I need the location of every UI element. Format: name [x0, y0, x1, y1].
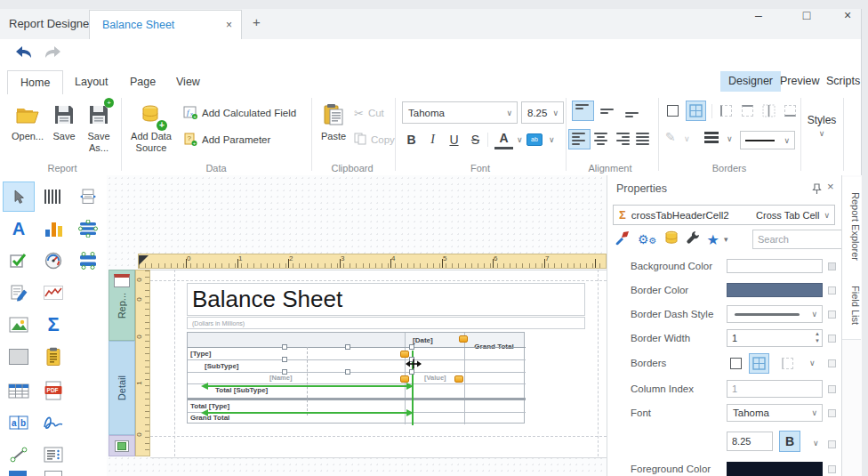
spinner-arrows-icon[interactable]: ▲▼ — [815, 330, 820, 344]
chevron-down-icon[interactable]: ∨ — [722, 134, 737, 143]
tool-cross-band-box[interactable] — [73, 246, 103, 275]
properties-search-input[interactable] — [752, 230, 842, 249]
selection-handle[interactable] — [409, 344, 414, 350]
add-parameter-button[interactable]: ?+ Add Parameter — [183, 130, 270, 149]
behavior-gears-icon[interactable]: ⚙⚙ — [638, 232, 657, 246]
tool-picture-box[interactable] — [4, 311, 34, 339]
font-size-input[interactable] — [727, 432, 773, 451]
tool-table-of-contents[interactable] — [73, 182, 103, 211]
redo-icon[interactable] — [43, 44, 62, 62]
align-top-button[interactable] — [573, 101, 593, 120]
tool-signature[interactable] — [38, 408, 68, 437]
tab-scripts[interactable]: Scripts — [818, 71, 868, 92]
tool-subreport[interactable] — [38, 440, 68, 469]
tool-barcode[interactable] — [38, 182, 68, 211]
band-detail[interactable]: Detail — [108, 341, 135, 435]
chevron-down-icon[interactable]: ▾ — [719, 235, 733, 244]
tool-label[interactable]: A — [4, 214, 34, 243]
cut-button[interactable]: ✂ Cut — [354, 103, 384, 123]
font-size-select[interactable]: 8.25 ∨ — [521, 101, 564, 124]
paste-button[interactable]: Paste — [317, 98, 350, 142]
align-left-button[interactable] — [569, 130, 590, 149]
border-box-button[interactable] — [663, 101, 682, 120]
data-db-icon[interactable] — [664, 230, 679, 248]
border-weight-select[interactable]: ∨ — [740, 131, 795, 149]
smart-tag-icon[interactable] — [400, 351, 409, 358]
crosstab-grand-total-header-cell[interactable]: Grand Total — [464, 333, 524, 347]
styles-button[interactable]: Styles ∨ — [804, 114, 840, 138]
background-color-swatch[interactable] — [727, 257, 823, 275]
tool-line[interactable] — [4, 440, 34, 469]
border-bottom-button[interactable] — [781, 101, 800, 120]
tool-pdf-content[interactable]: PDF — [38, 376, 68, 405]
more-button[interactable] — [828, 385, 836, 393]
align-right-button[interactable] — [612, 130, 632, 149]
tab-view[interactable]: View — [164, 70, 213, 94]
column-index-input[interactable] — [727, 380, 823, 398]
tool-table[interactable] — [4, 376, 34, 405]
border-color-swatch[interactable] — [727, 281, 823, 299]
tool-sparkline[interactable] — [38, 278, 68, 307]
component-selector[interactable]: Σ crossTabHeaderCell2 Cross Tab Cell ∨ — [613, 205, 835, 225]
crosstab-cell-subtype[interactable]: [SubType] — [205, 362, 239, 370]
foreground-color-swatch[interactable] — [727, 460, 823, 476]
more-button[interactable] — [828, 409, 836, 417]
align-justify-button[interactable] — [633, 130, 654, 149]
font-family-select[interactable]: Tahoma∨ — [727, 404, 823, 422]
border-left-button[interactable] — [717, 101, 735, 120]
tool-clipped-2[interactable] — [44, 471, 62, 476]
tool-cross-band-line[interactable] — [73, 214, 103, 243]
align-center-button[interactable] — [591, 130, 611, 149]
tool-panel[interactable] — [4, 343, 34, 371]
align-middle-button[interactable] — [598, 101, 618, 120]
tab-field-list[interactable]: Field List — [842, 271, 861, 340]
crosstab-cell-name[interactable]: [Name] — [269, 374, 292, 382]
pin-icon[interactable] — [812, 182, 822, 198]
more-button[interactable] — [828, 311, 836, 319]
save-as-button[interactable]: + Save As... — [82, 98, 116, 154]
more-button[interactable] — [828, 440, 836, 448]
crosstab-corner-cell[interactable] — [188, 333, 405, 347]
underline-button[interactable]: U — [445, 130, 463, 149]
document-tab[interactable]: Balance Sheet × — [89, 10, 242, 39]
copy-button[interactable]: Copy — [354, 130, 395, 149]
crosstab-cell-grand-total[interactable]: Grand Total — [190, 414, 229, 422]
font-color-button[interactable]: A — [494, 130, 513, 149]
tab-layout[interactable]: Layout — [62, 70, 121, 94]
minimize-button[interactable]: – — [745, 5, 772, 25]
band-footer[interactable] — [108, 435, 135, 456]
smart-tag-icon[interactable] — [459, 335, 468, 343]
crosstab-cell-total-subtype[interactable]: Total [SubType] — [215, 386, 268, 394]
border-line-style-icon[interactable] — [704, 132, 719, 143]
more-button[interactable] — [828, 262, 836, 270]
align-bottom-button[interactable] — [623, 101, 643, 120]
border-dash-style-select[interactable]: ∨ — [727, 305, 823, 323]
border-inner-button[interactable] — [760, 101, 778, 120]
bold-button[interactable]: B — [402, 130, 421, 149]
close-tab-icon[interactable]: × — [226, 19, 232, 31]
font-name-select[interactable]: Tahoma ∨ — [402, 101, 518, 124]
selection-handle[interactable] — [345, 344, 350, 350]
tab-report-explorer[interactable]: Report Explorer — [842, 177, 861, 278]
band-report-header[interactable]: Rep... — [108, 270, 135, 341]
italic-button[interactable]: I — [423, 130, 442, 149]
borders-all-button[interactable] — [750, 354, 768, 373]
more-button[interactable] — [828, 359, 836, 367]
chevron-down-icon[interactable]: ∨ — [512, 135, 527, 144]
selection-handle[interactable] — [345, 369, 350, 375]
new-tab-button[interactable]: + — [253, 14, 261, 29]
tool-character-comb[interactable]: ab — [4, 408, 34, 437]
font-size-field[interactable] — [727, 432, 773, 451]
tool-rich-text[interactable] — [4, 278, 34, 307]
border-width-input[interactable] — [727, 329, 823, 347]
tool-clipped-1[interactable] — [9, 471, 27, 476]
save-button[interactable]: Save — [48, 98, 80, 142]
smart-tag-icon[interactable] — [454, 375, 463, 383]
more-button[interactable] — [828, 286, 836, 294]
add-data-source-button[interactable]: + Add Data Source — [126, 98, 176, 154]
border-all-button[interactable] — [687, 101, 705, 120]
report-subtitle-label[interactable]: (Dollars in Millions) — [187, 317, 585, 329]
tool-page-info[interactable] — [38, 343, 68, 371]
undo-icon[interactable] — [14, 44, 34, 62]
smart-tag-icon[interactable] — [400, 375, 409, 383]
